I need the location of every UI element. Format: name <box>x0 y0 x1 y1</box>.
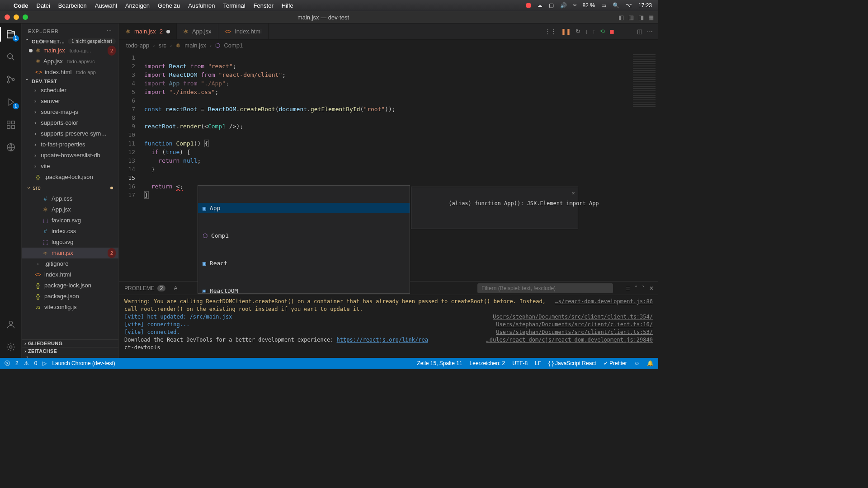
drag-handle-icon[interactable]: ⋮⋮ <box>545 28 557 35</box>
prettier-status[interactable]: ✓ Prettier <box>604 360 627 366</box>
explorer-activity-icon[interactable]: 1 <box>5 28 17 41</box>
account-icon[interactable] <box>5 318 17 331</box>
folder-supports-preserve[interactable]: supports-preserve-sym… <box>22 128 118 139</box>
warning-count[interactable]: 0 <box>34 360 38 366</box>
suggest-item[interactable]: ▣ReactDOM <box>198 286 410 294</box>
menu-view[interactable]: Anzeigen <box>125 2 150 9</box>
close-window-icon[interactable] <box>5 14 10 20</box>
remote-activity-icon[interactable] <box>5 141 17 154</box>
tab-main-jsx[interactable]: ⚛ main.jsx 2 <box>119 23 177 39</box>
cloud-icon[interactable]: ☁ <box>537 2 542 9</box>
split-editor-icon[interactable]: ◫ <box>637 28 642 35</box>
folder-semver[interactable]: semver <box>22 96 118 107</box>
folder-to-fast-properties[interactable]: to-fast-properties <box>22 139 118 150</box>
folder-scheduler[interactable]: scheduler <box>22 85 118 96</box>
panel-layout-icon-3[interactable]: ◨ <box>638 14 644 21</box>
bell-icon[interactable]: 🔔 <box>647 360 654 366</box>
minimize-window-icon[interactable] <box>14 14 19 20</box>
file-pkg-lock[interactable]: {}package-lock.json <box>22 280 118 291</box>
close-icon[interactable]: ✕ <box>572 189 575 197</box>
file-index-css[interactable]: #index.css <box>22 226 118 237</box>
close-panel-icon[interactable]: ✕ <box>649 285 654 291</box>
menu-window[interactable]: Fenster <box>254 2 274 9</box>
menu-app[interactable]: Code <box>14 2 28 9</box>
zoom-window-icon[interactable] <box>23 14 28 20</box>
scm-activity-icon[interactable] <box>5 73 17 86</box>
panel-layout-icon-2[interactable]: ▥ <box>628 14 634 21</box>
step-over-icon[interactable]: ↻ <box>576 28 580 35</box>
outline-header[interactable]: ›GLIEDERUNG <box>22 339 118 347</box>
tab-more-icon[interactable]: ⋯ <box>647 28 653 35</box>
suggest-item[interactable]: ▣App <box>198 203 410 213</box>
warning-icon[interactable]: ⚠ <box>24 360 29 366</box>
tab-index-html[interactable]: <>index.html <box>218 23 269 39</box>
open-editor-index[interactable]: <> index.html todo-app <box>22 67 118 78</box>
menu-terminal[interactable]: Terminal <box>223 2 245 9</box>
file-pkg-json[interactable]: {}package.json <box>22 291 118 302</box>
file-gitignore[interactable]: ◦.gitignore <box>22 258 118 269</box>
suggest-widget[interactable]: ▣App ⬡Comp1 ▣React ▣ReactDOM ▣arguments … <box>198 185 410 294</box>
open-editors-header[interactable]: › GEÖFFNET… 1 nicht gespeichert <box>22 38 118 45</box>
file-app-css[interactable]: #App.css <box>22 193 118 204</box>
minimap[interactable] <box>622 51 658 281</box>
extensions-activity-icon[interactable] <box>5 118 17 131</box>
debug-activity-icon[interactable]: 1 <box>5 96 17 108</box>
file-favicon[interactable]: ⬚favicon.svg <box>22 215 118 226</box>
file-index-html[interactable]: <>index.html <box>22 269 118 280</box>
display-icon[interactable]: ▢ <box>549 2 554 9</box>
menu-run[interactable]: Ausführen <box>188 2 215 9</box>
feedback-icon[interactable]: ☺ <box>634 360 640 366</box>
wifi-icon[interactable]: ⌔ <box>573 2 576 9</box>
cursor-position[interactable]: Zeile 15, Spalte 11 <box>417 360 462 366</box>
timeline-header[interactable]: ›ZEITACHSE <box>22 347 118 355</box>
panel-layout-icon[interactable]: ◧ <box>618 14 624 21</box>
file-main-jsx[interactable]: ⚛ main.jsx 2 <box>22 248 118 258</box>
error-count[interactable]: 2 <box>15 360 19 366</box>
menu-help[interactable]: Hilfe <box>282 2 293 9</box>
settings-gear-icon[interactable] <box>5 341 17 353</box>
tab-problems[interactable]: PROBLEME 2 <box>124 285 165 291</box>
step-out-icon[interactable]: ↑ <box>593 28 596 35</box>
file-package-lock-nm[interactable]: {}.package-lock.json <box>22 172 118 183</box>
suggest-item[interactable]: ⬡Comp1 <box>198 230 410 241</box>
folder-vite[interactable]: vite <box>22 161 118 172</box>
menu-selection[interactable]: Auswahl <box>95 2 117 9</box>
control-center-icon[interactable]: ⌥ <box>626 2 632 9</box>
tab-app-jsx[interactable]: ⚛App.jsx <box>177 23 218 39</box>
file-vite-config[interactable]: JSvite.config.js <box>22 302 118 313</box>
sidebar-more-icon[interactable]: ⋯ <box>107 28 112 34</box>
step-into-icon[interactable]: ↓ <box>585 28 588 35</box>
indentation[interactable]: Leerzeichen: 2 <box>470 360 505 366</box>
suggest-item[interactable]: ▣React <box>198 258 410 268</box>
folder-src[interactable]: › src <box>22 183 118 193</box>
clock[interactable]: 17:23 <box>638 2 652 9</box>
menu-file[interactable]: Datei <box>37 2 50 9</box>
project-header[interactable]: › DEV-TEST <box>22 78 118 85</box>
layout-customize-icon[interactable]: ▦ <box>648 14 654 21</box>
launch-config[interactable]: Launch Chrome (dev-test) <box>52 360 115 366</box>
battery-icon[interactable]: ▭ <box>601 2 606 9</box>
file-logo-svg[interactable]: ⬚logo.svg <box>22 237 118 248</box>
filter-icon[interactable]: ≣ <box>626 285 630 291</box>
search-icon[interactable]: 🔍 <box>613 2 619 9</box>
folder-supports-color[interactable]: supports-color <box>22 117 118 128</box>
debug-run-icon[interactable]: ▷ <box>42 360 47 366</box>
menu-go[interactable]: Gehe zu <box>158 2 180 9</box>
error-icon[interactable]: ⓧ <box>5 360 10 367</box>
open-editor-app[interactable]: ⚛ App.jsx todo-app/src <box>22 56 118 67</box>
file-app-jsx[interactable]: ⚛App.jsx <box>22 204 118 215</box>
open-editor-main[interactable]: ⚛ main.jsx todo-ap… 2 <box>22 45 118 56</box>
breadcrumb[interactable]: todo-app› src› ⚛main.jsx› ⬡Comp1 <box>119 40 658 51</box>
tab-output[interactable]: A <box>174 285 177 291</box>
restart-icon[interactable]: ⟲ <box>600 28 605 35</box>
chevron-up-icon[interactable]: ˄ <box>635 285 637 291</box>
code-content[interactable]: import React from "react"; import ReactD… <box>140 51 658 281</box>
debug-console[interactable]: …s/react-dom.development.js:86Warning: Y… <box>119 295 658 358</box>
search-activity-icon[interactable] <box>5 51 17 63</box>
chevron-down-icon[interactable]: ˅ <box>642 285 645 291</box>
panel-filter-input[interactable] <box>477 283 613 293</box>
folder-source-map-js[interactable]: source-map-js <box>22 107 118 117</box>
code-editor[interactable]: 12 34 56 78 910 1112 1314 15 1617 import… <box>119 51 658 281</box>
volume-icon[interactable]: 🔊 <box>560 2 567 9</box>
stop-icon[interactable]: ◼ <box>609 28 614 35</box>
